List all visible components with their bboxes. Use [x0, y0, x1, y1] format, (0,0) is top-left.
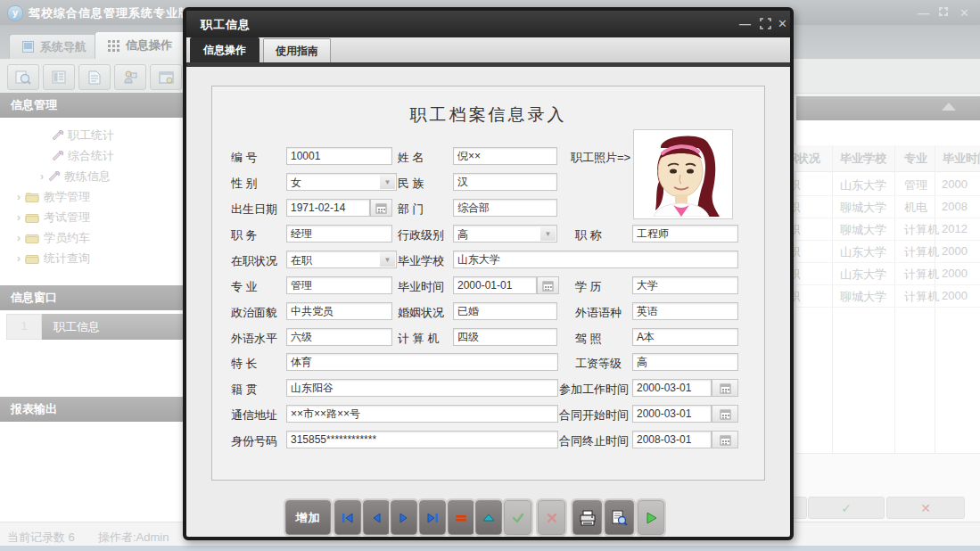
- add-button[interactable]: 增加: [285, 500, 331, 535]
- collapse-up-icon[interactable]: [942, 103, 956, 111]
- sidebar-item-summary-stats[interactable]: 综合统计: [0, 145, 183, 166]
- dialog-tab-user-guide[interactable]: 使用指南: [263, 38, 331, 62]
- dialog-tab-info-operation[interactable]: 信息操作: [190, 37, 259, 62]
- table-row[interactable]: 在职 山东大学 管理 2000: [767, 174, 980, 196]
- photo-label: 职工照片=>: [571, 150, 630, 166]
- field-label-contract-start: 合同开始时间: [559, 407, 629, 424]
- dialog-minimize-button[interactable]: —: [739, 18, 751, 30]
- license-input[interactable]: [632, 328, 738, 346]
- prev-record-button[interactable]: [363, 500, 390, 535]
- toolbar-window-button[interactable]: [150, 64, 182, 90]
- field-label-title: 职 称: [575, 227, 602, 243]
- calendar-icon: [720, 382, 731, 394]
- title-input[interactable]: [632, 225, 738, 243]
- sidebar-section-info-mgmt[interactable]: 信息管理: [0, 93, 183, 118]
- id-input[interactable]: [286, 147, 392, 165]
- birthplace-input[interactable]: [286, 379, 558, 397]
- grad-time-input[interactable]: [453, 276, 537, 294]
- toolbar-document-button[interactable]: [78, 64, 111, 90]
- specialty-input[interactable]: [286, 353, 558, 371]
- tab-info-operation[interactable]: 信息操作: [95, 31, 185, 59]
- toolbar-staff-button[interactable]: [114, 64, 146, 90]
- main-close-button[interactable]: ✕: [959, 7, 969, 19]
- main-restore-button[interactable]: [937, 5, 950, 20]
- tab-system-nav[interactable]: 系统导航: [9, 34, 100, 59]
- id-number-input[interactable]: [286, 431, 558, 448]
- sidebar-item-student-booking[interactable]: › 学员约车: [0, 227, 183, 248]
- first-record-button[interactable]: [334, 500, 361, 535]
- duty-input[interactable]: [286, 225, 392, 243]
- computer-input[interactable]: [453, 328, 557, 346]
- table-row[interactable]: 在职 山东大学 计算机 2000: [767, 263, 980, 285]
- table-row[interactable]: 在职 山东大学 计算机 2000: [767, 241, 980, 263]
- table-row[interactable]: 在职 聊城大学 计算机 2000: [767, 285, 980, 308]
- contract-end-calendar-button[interactable]: [712, 431, 738, 448]
- status-combobox[interactable]: 在职 ▼: [286, 251, 397, 268]
- edit-record-button[interactable]: [475, 500, 502, 535]
- table-row[interactable]: 在职 聊城大学 机电 2008: [767, 196, 980, 218]
- ethnic-input[interactable]: [453, 173, 557, 191]
- confirm-button[interactable]: [504, 500, 531, 535]
- grad-time-calendar-button[interactable]: [537, 276, 559, 294]
- contract-end-input[interactable]: [632, 431, 712, 448]
- sidebar-item-staff-stats[interactable]: 职工统计: [0, 125, 183, 145]
- flang-input[interactable]: [632, 302, 738, 320]
- info-window-selected-row[interactable]: 1 职工信息: [0, 314, 183, 340]
- preview-button[interactable]: [605, 500, 634, 535]
- toolbar-search-document-button[interactable]: [7, 64, 39, 90]
- gender-combobox[interactable]: 女 ▼: [286, 173, 397, 191]
- dialog-close-button[interactable]: ✕: [778, 18, 787, 30]
- footer-confirm-button[interactable]: ✓: [808, 497, 885, 519]
- sidebar-item-exam-mgmt[interactable]: › 考试管理: [0, 207, 183, 227]
- politics-input[interactable]: [286, 302, 392, 320]
- sidebar-item-stats-query[interactable]: › 统计查询: [0, 248, 183, 268]
- birth-date-input[interactable]: [286, 199, 370, 217]
- toolbar-report-view-button[interactable]: [43, 64, 75, 90]
- dept-input[interactable]: [453, 199, 557, 217]
- last-record-button[interactable]: [419, 500, 446, 535]
- address-input[interactable]: [286, 405, 558, 423]
- main-minimize-button[interactable]: —: [918, 7, 929, 19]
- contract-start-calendar-button[interactable]: [712, 405, 738, 423]
- panel-icon: [22, 41, 34, 53]
- field-label-birth: 出生日期: [231, 201, 277, 218]
- name-input[interactable]: [453, 147, 557, 165]
- cell-major: 计算机: [904, 267, 939, 283]
- dialog-maximize-button[interactable]: [760, 18, 771, 32]
- chevron-down-icon[interactable]: ▼: [380, 175, 395, 189]
- sidebar-section-info-window[interactable]: 信息窗口: [0, 285, 183, 310]
- chevron-down-icon[interactable]: ▼: [540, 226, 556, 241]
- cancel-button[interactable]: [538, 500, 565, 535]
- adm-level-combobox[interactable]: 高 ▼: [453, 225, 557, 243]
- cell-school: 聊城大学: [840, 200, 886, 216]
- chevron-right-icon: ›: [12, 211, 25, 224]
- calendar-icon: [542, 280, 554, 292]
- sidebar-item-teaching-mgmt[interactable]: › 教学管理: [0, 186, 183, 207]
- run-button[interactable]: [638, 500, 664, 535]
- sidebar-section-report-output[interactable]: 报表输出: [0, 397, 183, 422]
- contract-start-input[interactable]: [632, 405, 712, 423]
- marriage-input[interactable]: [453, 302, 557, 320]
- field-label-specialty: 特 长: [231, 356, 258, 372]
- preview-icon: [611, 510, 628, 526]
- sidebar-item-coach-info[interactable]: › 教练信息: [0, 166, 183, 186]
- footer-cancel-button[interactable]: ✕: [886, 497, 965, 519]
- portrait-photo: [634, 130, 730, 217]
- degree-input[interactable]: [632, 276, 738, 294]
- salary-input[interactable]: [632, 353, 738, 371]
- flevel-input[interactable]: [286, 328, 392, 346]
- search-document-icon: [15, 70, 31, 85]
- work-start-input[interactable]: [632, 379, 712, 397]
- major-input[interactable]: [286, 276, 392, 294]
- field-label-grad-time: 毕业时间: [398, 279, 444, 295]
- school-input[interactable]: [453, 251, 738, 268]
- work-start-calendar-button[interactable]: [712, 379, 738, 397]
- print-button[interactable]: [572, 500, 602, 535]
- chevron-down-icon[interactable]: ▼: [380, 252, 395, 267]
- delete-record-button[interactable]: [448, 500, 474, 535]
- birth-calendar-button[interactable]: [370, 199, 392, 217]
- next-record-button[interactable]: [391, 500, 417, 535]
- cell-major: 计算机: [904, 289, 939, 305]
- main-window-title: 驾校综合信息管理系统专业版(: [29, 5, 195, 21]
- table-row[interactable]: 在职 聊城大学 计算机 2012: [767, 218, 980, 241]
